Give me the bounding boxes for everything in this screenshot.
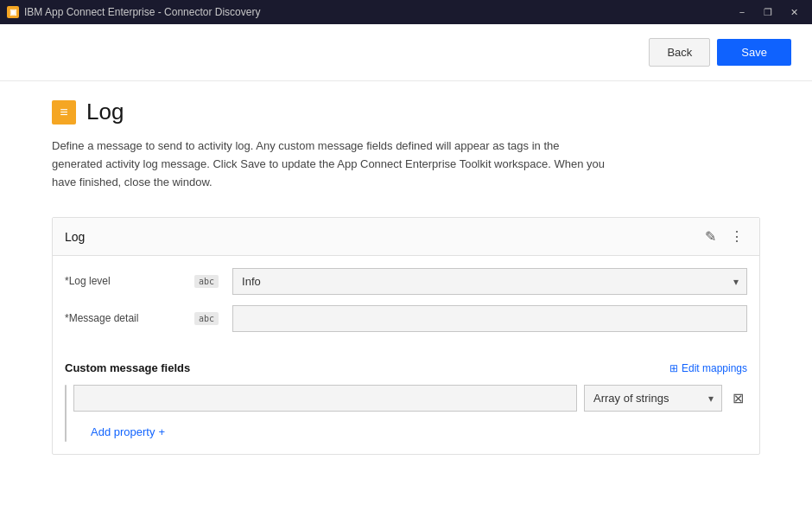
message-detail-field: Log Exception Inserts bbox=[232, 305, 747, 332]
log-level-select-wrapper: Info Warning Error bbox=[232, 268, 747, 295]
property-connector-container: Inserts Array of strings String Integer … bbox=[65, 385, 747, 442]
more-icon: ⋮ bbox=[730, 228, 744, 245]
form-body: *Log level abc Info Warning Error *Messa… bbox=[53, 256, 759, 354]
delete-icon: ⊠ bbox=[733, 391, 744, 405]
property-fields: Inserts Array of strings String Integer … bbox=[73, 385, 747, 442]
card-header: Log ✎ ⋮ bbox=[53, 218, 759, 256]
main-content: Back Save ≡ Log Define a message to send… bbox=[0, 24, 812, 455]
log-level-select[interactable]: Info Warning Error bbox=[232, 268, 747, 295]
log-card: Log ✎ ⋮ *Log level abc Info bbox=[52, 217, 760, 455]
save-button[interactable]: Save bbox=[717, 39, 791, 66]
property-type-select[interactable]: Array of strings String Integer Boolean bbox=[584, 385, 722, 412]
edit-mappings-button[interactable]: ⊞ Edit mappings bbox=[669, 362, 747, 374]
minimize-button[interactable]: − bbox=[731, 4, 753, 20]
add-property-icon: + bbox=[158, 425, 165, 438]
custom-fields-section: Custom message fields ⊞ Edit mappings In… bbox=[53, 354, 759, 454]
toolbar: Back Save bbox=[0, 24, 812, 81]
left-border-line bbox=[65, 385, 67, 442]
log-level-type-badge: abc bbox=[194, 275, 219, 288]
title-bar: ▣ IBM App Connect Enterprise - Connector… bbox=[0, 0, 812, 24]
log-level-field: Info Warning Error bbox=[232, 268, 747, 295]
close-button[interactable]: ✕ bbox=[783, 4, 805, 20]
card-title: Log bbox=[65, 230, 85, 244]
edit-icon-button[interactable]: ✎ bbox=[701, 227, 720, 246]
card-header-actions: ✎ ⋮ bbox=[701, 227, 747, 246]
message-detail-input[interactable]: Log Exception Inserts bbox=[232, 305, 747, 332]
app-icon: ▣ bbox=[7, 6, 19, 18]
property-row: Inserts Array of strings String Integer … bbox=[73, 385, 747, 412]
title-bar-left: ▣ IBM App Connect Enterprise - Connector… bbox=[7, 6, 260, 18]
edit-mappings-label: Edit mappings bbox=[682, 362, 747, 374]
title-bar-controls: − ❐ ✕ bbox=[731, 4, 805, 20]
pencil-icon: ✎ bbox=[705, 228, 716, 245]
page-header: ≡ Log bbox=[0, 81, 812, 134]
message-detail-type-badge: abc bbox=[194, 312, 219, 325]
add-property-button[interactable]: Add property + bbox=[91, 422, 747, 442]
delete-property-button[interactable]: ⊠ bbox=[729, 386, 747, 410]
custom-fields-header: Custom message fields ⊞ Edit mappings bbox=[65, 361, 747, 374]
property-type-select-wrapper: Array of strings String Integer Boolean bbox=[584, 385, 722, 412]
log-level-label: *Log level bbox=[65, 268, 186, 287]
add-property-label: Add property bbox=[91, 425, 155, 438]
page-icon: ≡ bbox=[52, 100, 76, 125]
log-level-row: *Log level abc Info Warning Error bbox=[65, 268, 747, 295]
custom-fields-title: Custom message fields bbox=[65, 361, 190, 374]
edit-mappings-icon: ⊞ bbox=[669, 362, 678, 374]
window-title: IBM App Connect Enterprise - Connector D… bbox=[24, 6, 260, 18]
page-title: Log bbox=[86, 99, 124, 125]
back-button[interactable]: Back bbox=[649, 38, 710, 67]
more-options-button[interactable]: ⋮ bbox=[726, 227, 747, 246]
property-name-input[interactable]: Inserts bbox=[73, 385, 577, 412]
message-detail-label: *Message detail bbox=[65, 305, 186, 324]
message-detail-row: *Message detail abc Log Exception Insert… bbox=[65, 305, 747, 332]
restore-button[interactable]: ❐ bbox=[757, 4, 779, 20]
page-description: Define a message to send to activity log… bbox=[0, 134, 657, 208]
